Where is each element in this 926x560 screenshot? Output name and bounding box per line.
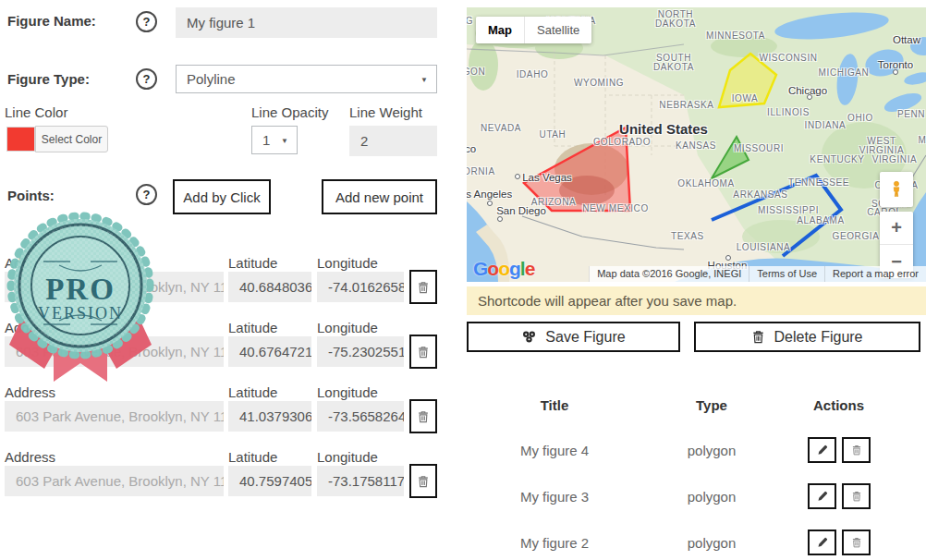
longitude-header: Longitude: [317, 384, 378, 400]
delete-figure-row-button[interactable]: [842, 483, 871, 509]
longitude-header: Longitude: [317, 320, 378, 335]
map-data-text: Map data ©2016 Google, INEGI: [589, 266, 749, 282]
edit-figure-button[interactable]: [808, 483, 836, 509]
report-map-error-link[interactable]: Report a map error: [824, 266, 926, 282]
google-logo-letter: e: [525, 258, 535, 279]
latitude-input[interactable]: 40.75974059: [228, 466, 311, 496]
help-icon[interactable]: ?: [136, 11, 157, 32]
save-icon: [521, 330, 537, 344]
delete-point-button[interactable]: [409, 464, 437, 498]
trash-icon: [851, 537, 862, 548]
save-figure-button[interactable]: Save Figure: [467, 322, 680, 352]
delete-figure-row-button[interactable]: [842, 437, 871, 463]
address-input[interactable]: 603 Park Avenue, Brooklyn, NY 112: [5, 336, 224, 367]
zoom-in-button[interactable]: +: [880, 212, 913, 245]
delete-figure-label: Delete Figure: [774, 329, 862, 346]
figure-type: polygon: [665, 443, 758, 458]
add-new-point-button[interactable]: Add new point: [322, 179, 437, 214]
line-color-label: Line Color: [5, 104, 67, 120]
map-attribution: Map data ©2016 Google, INEGI Terms of Us…: [589, 266, 926, 282]
longitude-input[interactable]: -75.23025512: [317, 336, 404, 367]
blue-polyline[interactable]: [712, 176, 841, 256]
delete-point-button[interactable]: [409, 270, 437, 304]
delete-figure-row-button[interactable]: [842, 530, 871, 555]
delete-point-button[interactable]: [409, 335, 437, 369]
pencil-icon: [817, 444, 828, 456]
trash-icon: [851, 491, 862, 502]
longitude-header: Longitude: [317, 255, 378, 271]
delete-point-button[interactable]: [409, 399, 437, 433]
address-header: Address: [5, 384, 55, 400]
latitude-header: Latitude: [228, 255, 277, 271]
address-header: Address: [5, 449, 55, 465]
figure-editor-page: Figure Name: ? My figure 1 Figure Type: …: [0, 0, 926, 560]
google-logo-letter: o: [487, 258, 498, 279]
help-icon[interactable]: ?: [136, 68, 157, 90]
trash-icon: [851, 444, 862, 456]
map-figures: [467, 7, 926, 282]
address-input[interactable]: 603 Park Avenue, Brooklyn, NY 112: [5, 272, 224, 302]
figure-type-select[interactable]: Polyline ▼: [176, 65, 437, 93]
edit-figure-button[interactable]: [808, 437, 836, 463]
google-map[interactable]: NGMONTANANORTHDAKOTAMINNESOTASOUTHDAKOTA…: [467, 7, 926, 282]
table-header-type: Type: [665, 397, 758, 413]
latitude-input[interactable]: 40.68480366: [228, 272, 311, 302]
points-label: Points:: [7, 188, 55, 203]
pegman-button[interactable]: [880, 172, 913, 207]
figure-title: My figure 2: [499, 535, 610, 551]
latitude-header: Latitude: [228, 384, 277, 400]
figure-title: My figure 4: [499, 443, 610, 458]
green-polygon[interactable]: [712, 137, 749, 178]
figure-type-value: Polyline: [187, 71, 236, 87]
figure-title: My figure 3: [499, 489, 610, 505]
add-by-click-button[interactable]: Add by Click: [173, 179, 271, 214]
table-header-actions: Actions: [790, 397, 887, 413]
longitude-input[interactable]: -73.17581176: [317, 466, 404, 496]
longitude-input[interactable]: -73.56582641: [317, 401, 404, 432]
address-header: Address: [5, 320, 55, 335]
table-header-title: Title: [499, 397, 610, 413]
line-weight-input[interactable]: 2: [349, 126, 437, 156]
delete-figure-button[interactable]: Delete Figure: [694, 322, 920, 352]
line-opacity-select[interactable]: 1 ▼: [251, 126, 298, 154]
line-opacity-value: 1: [262, 132, 270, 148]
google-logo-letter: g: [509, 258, 520, 279]
select-color-button[interactable]: Select Color: [35, 126, 108, 152]
longitude-header: Longitude: [317, 449, 378, 465]
line-opacity-label: Line Opacity: [251, 104, 328, 120]
address-header: Address: [5, 255, 55, 271]
google-logo: Google: [473, 258, 534, 280]
edit-figure-button[interactable]: [808, 530, 836, 555]
latitude-input[interactable]: 40.67647212: [228, 336, 311, 367]
chevron-down-icon: ▼: [281, 127, 288, 153]
figure-name-label: Figure Name:: [7, 13, 96, 29]
line-color-swatch[interactable]: [6, 127, 35, 152]
pegman-icon: [887, 177, 906, 201]
map-type-control: Map Satellite: [476, 17, 591, 43]
pencil-icon: [817, 537, 828, 548]
figure-name-input[interactable]: My figure 1: [176, 7, 437, 38]
figure-type: polygon: [665, 489, 758, 505]
address-input[interactable]: 603 Park Avenue, Brooklyn, NY 112: [5, 401, 224, 432]
google-logo-letter: G: [473, 258, 487, 279]
latitude-header: Latitude: [228, 320, 277, 335]
terms-of-use-link[interactable]: Terms of Use: [749, 266, 824, 282]
chevron-down-icon: ▼: [420, 66, 428, 92]
latitude-input[interactable]: 41.03793062: [228, 401, 311, 432]
red-polygon[interactable]: [524, 128, 630, 211]
yellow-polygon[interactable]: [719, 54, 776, 107]
figure-type-label: Figure Type:: [7, 71, 90, 87]
shortcode-notice: Shortcode will appear after you save map…: [467, 286, 926, 315]
longitude-input[interactable]: -74.01626586: [317, 272, 404, 302]
address-input[interactable]: 603 Park Avenue, Brooklyn, NY 112: [5, 466, 224, 496]
map-type-satellite-button[interactable]: Satellite: [524, 17, 591, 43]
figure-type: polygon: [665, 535, 758, 551]
pencil-icon: [817, 491, 828, 502]
map-type-map-button[interactable]: Map: [476, 17, 524, 43]
trash-icon: [751, 330, 765, 344]
latitude-header: Latitude: [228, 449, 277, 465]
google-logo-letter: o: [498, 258, 509, 279]
help-icon[interactable]: ?: [136, 184, 157, 205]
save-figure-label: Save Figure: [545, 329, 625, 346]
line-weight-label: Line Weight: [349, 104, 422, 120]
